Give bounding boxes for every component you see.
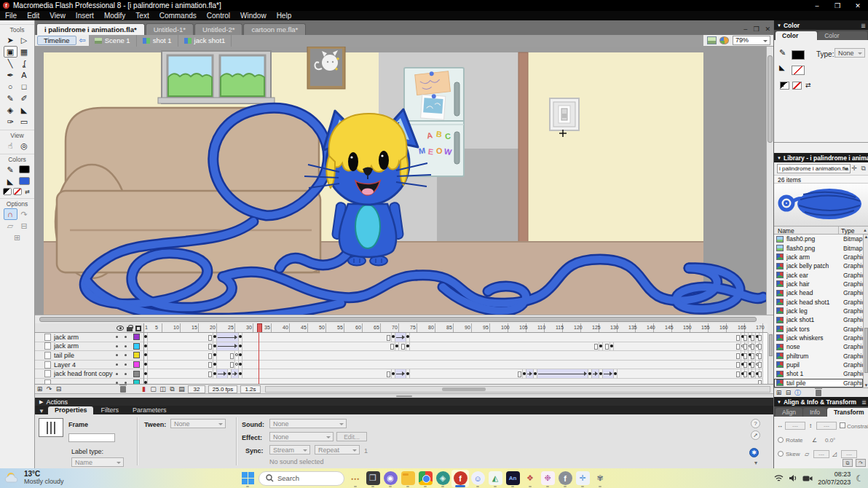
library-item[interactable]: pupilGraphic [774,361,863,369]
taskbar-clock[interactable]: 08:23 20/07/2023 [818,471,851,487]
frame-span[interactable] [760,351,763,360]
edit-symbols-icon[interactable] [719,36,729,44]
breadcrumb-scene-1[interactable]: Scene 1 [89,35,137,47]
pencil-tool-icon[interactable]: ✎ [4,93,17,104]
frame-span[interactable] [242,342,395,351]
sync-select[interactable]: Stream [269,445,310,454]
menu-modify[interactable]: Modify [99,12,130,20]
stage-canvas[interactable]: A B C M E O W [35,47,766,315]
frame-span[interactable] [410,369,523,378]
menu-file[interactable]: File [0,12,22,20]
light-switch[interactable] [550,98,579,130]
pin-library-icon[interactable]: ✛ [851,165,857,172]
frame-span[interactable] [760,361,763,369]
stroke-color-swatch[interactable] [19,165,30,173]
snap-to-objects-button[interactable]: ∩ [4,208,17,220]
taskbar-app-animate[interactable]: An [504,470,521,487]
new-library-panel-icon[interactable]: ⧉ [861,165,866,173]
edit-multiple-frames-button[interactable]: ⧉ [167,385,177,393]
onion-skin-outlines-button[interactable]: ◫ [158,385,167,393]
frame-span[interactable] [760,342,763,351]
document-tab[interactable]: Untitled-1* [146,23,194,35]
option-smooth-icon[interactable]: ↷ [17,208,31,220]
option-straighten-icon[interactable]: ▱ [4,220,17,232]
layer-lock-dot[interactable] [125,373,127,375]
frame-label-input[interactable] [68,433,115,442]
library-item[interactable]: flash0.pngBitmap [774,235,863,243]
modify-onion-markers-button[interactable]: ▤ [177,385,186,393]
frame-span[interactable] [148,369,213,378]
constrain-checkbox[interactable] [840,422,845,428]
sort-order-icon[interactable]: ▲ [863,228,867,232]
tween-span[interactable] [537,369,588,378]
publish-settings-icon[interactable]: ➚ [751,430,760,440]
timeline-button[interactable]: Timeline [37,36,76,45]
taskbar-app-photos[interactable]: ◭ [486,470,504,487]
timeline-ruler[interactable]: 1510152025303540455055606570758085909510… [144,323,768,333]
frame-span[interactable] [603,342,610,351]
library-item[interactable]: jack shot1Graphic [774,315,863,324]
frame-span[interactable] [242,351,741,360]
tween-span[interactable] [526,369,534,378]
layer-frames-row[interactable] [144,379,763,384]
back-arrow-icon[interactable]: ⇦ [79,36,86,45]
brush-tool-icon[interactable]: ✐ [17,93,31,104]
frame-span[interactable] [410,333,741,342]
taskbar-app-green[interactable]: ◈ [434,470,451,487]
lock-all-layers-icon[interactable] [127,327,133,331]
layer-row[interactable]: jack arm [35,342,143,352]
collapse-panel-icon[interactable]: ▼ [35,408,48,414]
tab-color-swatches[interactable]: Color Swatches [818,31,867,40]
label-type-select[interactable]: Name [71,457,124,467]
delete-item-button[interactable] [816,390,821,396]
menu-view[interactable]: View [44,12,71,20]
tween-span[interactable] [217,333,239,342]
tween-span[interactable] [217,369,228,378]
layer-frames-row[interactable] [144,351,763,361]
taskbar-app-settings[interactable]: ✾ [591,470,609,487]
tab-close-icon[interactable]: ✕ [765,25,770,33]
fill-color-swatch[interactable] [792,66,805,75]
frame-span[interactable] [242,361,741,369]
window-graphic[interactable] [158,51,275,103]
volume-icon[interactable] [789,474,797,482]
panel-menu-icon[interactable]: ≣ [861,398,867,406]
layer-row[interactable]: tail pile [35,351,143,361]
skew-radio[interactable] [778,451,784,457]
menu-edit[interactable]: Edit [22,12,44,20]
effect-select[interactable]: None [269,432,334,441]
frame-span[interactable] [148,379,763,384]
pen-tool-icon[interactable]: ✒ [4,69,17,81]
swap-colors-button[interactable]: ⇄ [805,81,813,88]
menu-commands[interactable]: Commands [154,12,202,20]
menu-text[interactable]: Text [130,12,154,20]
frame-span[interactable] [148,342,213,351]
line-tool-icon[interactable]: ╲ [4,58,17,69]
tween-span[interactable] [395,333,406,342]
tab-minimize-icon[interactable]: – [743,25,747,33]
timeline-horizontal-scrollbar[interactable] [265,386,770,393]
cat-painting[interactable] [307,47,345,89]
taskbar-search[interactable]: Search [259,471,344,486]
taskbar-app-meet[interactable]: ◉ [382,470,399,487]
paint-bucket-tool-icon[interactable]: ◣ [17,104,31,116]
menu-control[interactable]: Control [202,12,235,20]
library-item[interactable]: jack legGraphic [774,307,863,315]
color-panel-header[interactable]: ▼ Color ≣ [774,20,868,30]
breadcrumb-shot-1[interactable]: shot 1 [137,35,178,47]
center-frame-button[interactable]: ▮ [139,385,149,393]
option-scale-icon[interactable]: ⊟ [17,220,31,232]
no-color-button[interactable] [13,188,22,195]
no-color-button[interactable] [792,82,802,90]
sync-repeat-select[interactable]: Repeat [315,445,360,454]
stage-horizontal-scrollbar[interactable] [35,315,773,323]
taskbar-app-flash-8[interactable]: f [451,470,469,487]
insert-layer-folder-button[interactable]: ⊟ [54,385,63,393]
layer-lock-dot[interactable] [125,336,127,338]
ink-bottle-tool-icon[interactable]: ◈ [4,104,17,116]
eraser-tool-icon[interactable]: ▭ [17,116,31,127]
frame-span[interactable] [242,333,392,342]
layer-row[interactable]: jack arm [35,333,143,342]
library-column-headers[interactable]: Name Type ▲ [774,226,868,235]
frame-span[interactable] [399,342,406,351]
